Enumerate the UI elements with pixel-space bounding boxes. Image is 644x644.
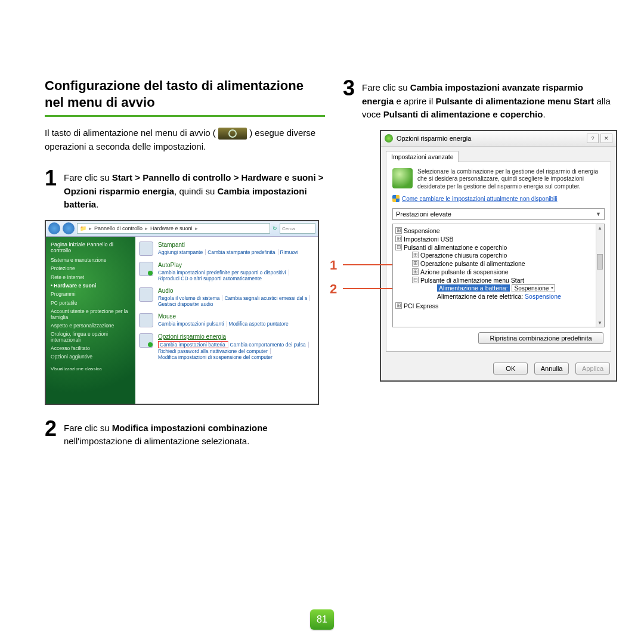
link[interactable]: Aggiungi stampante xyxy=(158,249,206,255)
crumb-1[interactable]: Pannello di controllo xyxy=(94,225,143,231)
unavailable-settings-link[interactable]: Come cambiare le impostazioni attualment… xyxy=(402,196,558,202)
autoplay-title[interactable]: AutoPlay xyxy=(158,262,291,268)
sidebar-item[interactable]: Sistema e manutenzione xyxy=(51,258,131,263)
printers-icon xyxy=(139,242,153,256)
link-highlighted[interactable]: Cambia impostazioni batteria xyxy=(158,341,228,348)
chevron-down-icon: ▼ xyxy=(596,211,601,217)
sidebar-item[interactable]: Opzioni aggiuntive xyxy=(51,354,131,360)
settings-tree[interactable]: Sospensione Impostazioni USB Pulsanti di… xyxy=(392,224,605,327)
link[interactable]: Rimuovi xyxy=(280,249,301,255)
nav-back-icon[interactable] xyxy=(48,222,60,234)
step3-mid1: e aprire il xyxy=(394,96,435,106)
ok-button[interactable]: OK xyxy=(493,363,528,374)
link[interactable]: Riproduci CD o altri supporti automatica… xyxy=(158,275,264,281)
control-panel-sidebar: Pagina iniziale Pannello di controllo Si… xyxy=(46,237,135,404)
autoplay-icon xyxy=(139,262,153,276)
step1-post: . xyxy=(96,199,98,209)
sidebar-item[interactable]: Aspetto e personalizzazione xyxy=(51,323,131,329)
link[interactable]: Regola il volume di sistema xyxy=(158,295,222,301)
sidebar-item[interactable]: Orologio, lingua e opzioni internazional… xyxy=(51,332,131,343)
sidebar-footer[interactable]: Visualizzazione classica xyxy=(51,366,131,371)
close-button[interactable]: ✕ xyxy=(600,134,612,143)
power-button-icon xyxy=(218,128,247,140)
tree-node-start-button[interactable]: Pulsante di alimentazione menu Start Ali… xyxy=(412,276,604,301)
step-1: 1 Fare clic su Start > Pannello di contr… xyxy=(45,168,325,212)
screenshot-control-panel: 📁 ▸ Pannello di controllo ▸ Hardware e s… xyxy=(45,220,319,405)
power-title[interactable]: Opzioni risparmio energia xyxy=(158,333,311,340)
tree-node[interactable]: Operazione chiusura coperchio xyxy=(412,251,604,259)
sidebar-item[interactable]: Rete e Internet xyxy=(51,275,131,280)
link[interactable]: Cambia impostazioni pulsanti xyxy=(158,321,227,327)
callout-numbers: 1 2 xyxy=(330,258,337,305)
audio-title[interactable]: Audio xyxy=(158,287,312,294)
step2-post: nell'impostazione di alimentazione selez… xyxy=(64,436,249,446)
tree-leaf-ac[interactable]: Alimentazione da rete elettrica: Sospens… xyxy=(429,292,604,301)
step2-pre: Fare clic su xyxy=(64,423,112,433)
step3-b3: Pulsanti di alimentazione e coperchio xyxy=(383,109,543,119)
callout-2: 2 xyxy=(330,281,337,305)
sidebar-item[interactable]: PC portatile xyxy=(51,301,131,306)
step3-post: . xyxy=(543,109,545,119)
nav-fwd-icon[interactable] xyxy=(63,222,75,234)
dialog-titlebar: Opzioni risparmio energia ? ✕ xyxy=(381,131,616,147)
shield-link-row: Come cambiare le impostazioni attualment… xyxy=(392,195,605,202)
mouse-title[interactable]: Mouse xyxy=(158,313,293,320)
ac-value[interactable]: Sospensione xyxy=(525,293,561,300)
sidebar-item-active[interactable]: Hardware e suoni xyxy=(51,283,131,289)
link[interactable]: Richiedi password alla riattivazione del… xyxy=(158,348,271,354)
link[interactable]: Cambia impostazioni predefinite per supp… xyxy=(158,270,289,275)
step3-pre: Fare clic su xyxy=(362,82,410,92)
category-autoplay: AutoPlay Cambia impostazioni predefinite… xyxy=(139,262,314,281)
selected-label: Alimentazione a batteria: xyxy=(437,284,510,292)
tree-node[interactable]: Operazione pulsante di alimentazione xyxy=(412,259,604,268)
restore-row: Ripristina combinazione predefinita xyxy=(478,332,603,344)
page-number-badge: 81 xyxy=(310,609,334,630)
tree-node[interactable]: Impostazioni USB xyxy=(395,235,604,243)
step1-pre: Fare clic su xyxy=(64,172,112,182)
sidebar-item[interactable]: Protezione xyxy=(51,266,131,271)
battery-icon xyxy=(392,168,413,188)
battery-value-dropdown[interactable]: Sospensione xyxy=(512,284,556,292)
tree-node-buttons[interactable]: Pulsanti di alimentazione e coperchio Op… xyxy=(395,243,604,302)
control-panel-main: Stampanti Aggiungi stampanteCambia stamp… xyxy=(135,237,318,404)
link[interactable]: Cambia segnali acustici emessi dal s xyxy=(224,295,310,301)
category-power: Opzioni risparmio energia Cambia imposta… xyxy=(139,333,314,360)
crumb-2[interactable]: Hardware e suoni xyxy=(150,225,193,231)
step-3-number: 3 xyxy=(343,78,357,122)
tree-node[interactable]: Sospensione xyxy=(395,227,604,235)
mouse-icon xyxy=(139,313,153,327)
step3-b2: Pulsante di alimentazione menu Start xyxy=(435,96,594,106)
restore-defaults-button[interactable]: Ripristina combinazione predefinita xyxy=(478,332,603,344)
sidebar-header[interactable]: Pagina iniziale Pannello di controllo xyxy=(51,242,131,255)
plan-dropdown[interactable]: Prestazioni elevate ▼ xyxy=(392,208,605,220)
cancel-button[interactable]: Annulla xyxy=(534,363,569,374)
power-dialog-icon xyxy=(385,134,393,143)
breadcrumb[interactable]: 📁 ▸ Pannello di controllo ▸ Hardware e s… xyxy=(77,223,270,234)
help-button[interactable]: ? xyxy=(587,134,599,143)
link[interactable]: Cambia comportamento dei pulsa xyxy=(230,342,309,348)
shield-icon xyxy=(392,195,400,202)
sidebar-item[interactable]: Accesso facilitato xyxy=(51,346,131,351)
step-3: 3 Fare clic su Cambia impostazioni avanz… xyxy=(343,78,617,122)
sidebar-item[interactable]: Account utente e protezione per la famig… xyxy=(51,309,131,320)
sidebar-item[interactable]: Programmi xyxy=(51,292,131,297)
step-2-number: 2 xyxy=(45,418,59,448)
step2-bold: Modifica impostazioni combinazione xyxy=(112,423,268,433)
link[interactable]: Modifica aspetto puntatore xyxy=(229,321,291,327)
screenshot-power-options: 1 2 Opzioni risparmio energia ? ✕ Impost… xyxy=(343,130,617,382)
dialog-footer: OK Annulla Applica xyxy=(381,358,616,380)
power-options-dialog: Opzioni risparmio energia ? ✕ Impostazio… xyxy=(380,130,617,382)
category-printers: Stampanti Aggiungi stampanteCambia stamp… xyxy=(139,242,314,256)
tree-leaf-battery[interactable]: Alimentazione a batteria:Sospensione xyxy=(429,284,604,292)
apply-button[interactable]: Applica xyxy=(575,363,610,374)
tree-node[interactable]: Azione pulsante di sospensione xyxy=(412,268,604,276)
tree-node[interactable]: PCI Express xyxy=(395,302,604,310)
power-icon xyxy=(139,333,153,348)
link[interactable]: Cambia stampante predefinita xyxy=(208,249,278,255)
plan-value: Prestazioni elevate xyxy=(396,210,451,218)
search-input[interactable]: Cerca xyxy=(280,223,315,234)
printers-title[interactable]: Stampanti xyxy=(158,242,302,248)
link[interactable]: Gestisci dispositivi audio xyxy=(158,301,216,307)
tab-advanced[interactable]: Impostazioni avanzate xyxy=(386,151,459,162)
link[interactable]: Modifica impostazioni di sospensione del… xyxy=(158,354,275,360)
